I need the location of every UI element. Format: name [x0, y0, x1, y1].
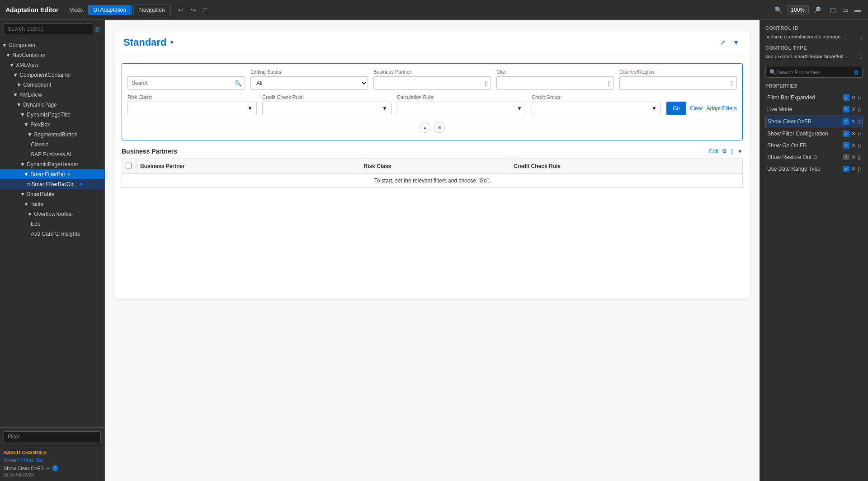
settings-filter-btn[interactable]: ⚙	[434, 122, 445, 133]
table-settings-icon[interactable]: ⚙	[722, 148, 727, 154]
prop-show-filter-configuration-check[interactable]: ✓	[843, 131, 849, 137]
adapt-filters-btn[interactable]: Adapt Filters	[707, 105, 737, 112]
table-expand-icon[interactable]: ▼	[737, 148, 743, 154]
calculation-rule-select[interactable]: ▼	[397, 102, 526, 115]
table-actions: Edit ⚙ ▯ ▼	[709, 148, 743, 154]
risk-class-label: Risk Class:	[127, 94, 257, 100]
tree-item-dynamicpage[interactable]: ▼ DynamicPage	[0, 100, 104, 110]
prop-live-mode-check[interactable]: ✓	[843, 106, 849, 112]
check-circle: ✓	[52, 465, 58, 472]
filter-actions: Go Clear Adapt Filters	[666, 102, 737, 115]
table-edit-btn[interactable]: Edit	[709, 148, 718, 154]
desktop-view-btn[interactable]: ◫	[828, 5, 838, 14]
prop-show-go-on-fb-check[interactable]: ✓	[843, 142, 849, 149]
city-text[interactable]	[497, 78, 605, 88]
business-partner-text[interactable]	[374, 78, 482, 88]
filter-input[interactable]	[4, 431, 101, 442]
page-card: Standard ▼ ➚ ▼ 🔍	[114, 29, 750, 300]
clear-btn[interactable]: Clear	[690, 105, 703, 112]
tree-item-flexbox[interactable]: ▼ FlexBox	[0, 120, 104, 130]
tree-item-componentcontainer[interactable]: ▼ ComponentContainer	[0, 70, 104, 80]
prop-use-date-range-type-check[interactable]: ✓	[843, 166, 849, 172]
prop-use-date-range-type-x[interactable]: ✕	[851, 166, 856, 172]
select-all-checkbox[interactable]	[126, 163, 132, 168]
redo-btn[interactable]: ↪	[189, 5, 198, 14]
calculation-rule-label: Calculation Rule:	[397, 94, 526, 100]
prop-show-restore-onfb: Show Restore OnFB ✓ ✕ ()	[765, 152, 863, 163]
tree-item-dynamicpageheader[interactable]: ▼ DynamicPageHeader	[0, 159, 104, 169]
table-title: Business Partners	[122, 148, 177, 155]
prop-live-mode-x[interactable]: ✕	[851, 106, 856, 112]
editing-status-field: Editing Status: All	[250, 69, 368, 90]
tree-item-sapbusinessai[interactable]: SAP Business AI	[0, 149, 104, 159]
search-field: 🔍	[127, 76, 245, 90]
tree-item-component[interactable]: ▼ Component	[0, 40, 104, 50]
undo-btn[interactable]: ↩	[176, 5, 185, 14]
prop-show-filter-configuration-x[interactable]: ✕	[851, 131, 856, 137]
go-btn[interactable]: Go	[666, 102, 686, 115]
prop-show-restore-onfb-check[interactable]: ✓	[843, 154, 849, 160]
prop-filter-bar-expanded-x[interactable]: ✕	[851, 94, 856, 101]
risk-class-select[interactable]: ▼	[127, 102, 257, 115]
collapse-filter-btn[interactable]: ▲	[420, 122, 430, 133]
page-header: Standard ▼ ➚ ▼	[114, 29, 750, 56]
editing-status-select[interactable]: All	[250, 76, 368, 90]
table-copy-icon[interactable]: ▯	[731, 148, 734, 154]
tree-item-overflowtoolbar[interactable]: ▼ OverflowToolbar	[0, 209, 104, 219]
zoom-out-btn[interactable]: 🔍	[773, 5, 784, 14]
col-risk-class: Risk Class	[360, 159, 510, 174]
filter-bar: 🔍 Editing Status: All Business Partner:	[122, 63, 743, 140]
credit-check-rule-select[interactable]: ▼	[262, 102, 392, 115]
page-title-dropdown-icon[interactable]: ▼	[169, 39, 175, 46]
zoom-in-btn[interactable]: 🔎	[811, 5, 823, 14]
prop-use-date-range-type-controls: ✓ ✕ ()	[843, 166, 861, 172]
search-bar: ▦	[0, 20, 104, 38]
ui-adaptation-btn[interactable]: UI Adaptation	[88, 5, 132, 15]
tree-item-smartfilterbarco[interactable]: □ SmartFilterBarCo...	[0, 179, 104, 189]
tree-item-table[interactable]: ▼ Table	[0, 199, 104, 209]
prop-show-go-on-fb: Show Go On FB ✓ ✕ ()	[765, 140, 863, 151]
zoom-value[interactable]: 100%	[787, 5, 809, 14]
city-icon: ▯	[605, 80, 613, 87]
filter-row-2: Risk Class: ▼ Credit Check Rule: ▼ Calcu…	[127, 94, 737, 115]
navigation-btn[interactable]: Navigation	[133, 5, 171, 15]
search-properties: 🔍 ▦	[765, 67, 863, 78]
tree-item-xmlview2[interactable]: ▼ XMLView	[0, 90, 104, 100]
tree-item-smarttable[interactable]: ▼ SmartTable	[0, 189, 104, 199]
main-layout: ▦ ▼ Component ▼ NavContainer ▼ XMLView ▼…	[0, 20, 868, 481]
credit-group-select[interactable]: ▼	[532, 102, 661, 115]
search-properties-input[interactable]	[776, 69, 854, 75]
prop-show-clear-onfb-check[interactable]: ✓	[843, 118, 849, 125]
copy-control-id-btn[interactable]: ▯	[859, 33, 863, 40]
outline-filter-btn[interactable]: ▦	[95, 25, 101, 33]
tree-item-navcontainer[interactable]: ▼ NavContainer	[0, 50, 104, 60]
tree-item-edit[interactable]: Edit	[0, 219, 104, 229]
prop-show-restore-onfb-controls: ✓ ✕ ()	[843, 154, 861, 160]
copy-control-type-btn[interactable]: ▯	[859, 53, 863, 60]
tree-item-add-card[interactable]: Add Card to Insights	[0, 229, 104, 239]
tree-item-classic[interactable]: Classic	[0, 140, 104, 149]
prop-show-restore-onfb-x[interactable]: ✕	[851, 154, 856, 160]
bottom-filter	[0, 427, 104, 446]
mobile-view-btn[interactable]: ▬	[853, 5, 863, 14]
tree-item-component2[interactable]: ▼ Component	[0, 80, 104, 90]
tablet-view-btn[interactable]: ▭	[840, 5, 850, 14]
tree-item-segmentedbutton[interactable]: ▼ SegmentedButton	[0, 130, 104, 140]
prop-show-go-on-fb-x[interactable]: ✕	[851, 142, 856, 149]
credit-group-field: Credit Group: ▼	[532, 94, 661, 115]
country-text[interactable]	[620, 78, 728, 88]
external-link-btn[interactable]: ➚	[718, 38, 727, 47]
prop-filter-bar-expanded-check[interactable]: ✓	[843, 94, 849, 101]
expand-btn[interactable]: ▼	[731, 38, 741, 47]
search-outline-input[interactable]	[4, 23, 92, 34]
filter-properties-icon[interactable]: ▦	[854, 69, 859, 75]
search-input[interactable]	[128, 78, 232, 88]
prop-show-clear-onfb-x[interactable]: ✕	[851, 118, 855, 125]
tree-item-smartfilterbar[interactable]: ▼ SmartFilterBar	[0, 169, 104, 179]
data-table: Business Partner Risk Class Credit Check…	[122, 159, 743, 188]
app-title: Adaptation Editor	[5, 6, 58, 14]
city-label: City:	[496, 69, 614, 75]
tree-item-xmlview1[interactable]: ▼ XMLView	[0, 60, 104, 70]
save-btn[interactable]: □	[202, 5, 209, 14]
tree-item-dynamicpagetitle[interactable]: ▼ DynamicPageTitle	[0, 110, 104, 120]
